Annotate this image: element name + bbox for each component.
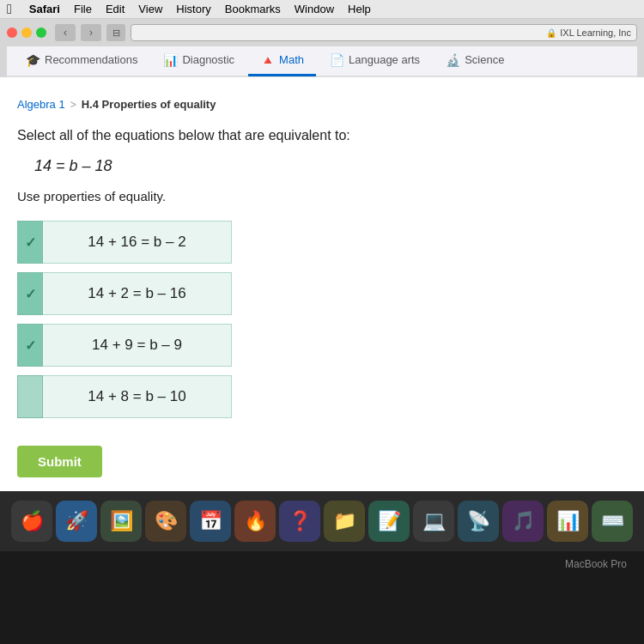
address-text: IXL Learning, Inc (560, 27, 631, 38)
tab-diagnostic-label: Diagnostic (182, 53, 234, 66)
checkbox-4[interactable] (17, 375, 43, 418)
choice-2[interactable]: ✓ 14 + 2 = b – 16 (17, 272, 627, 315)
menu-edit[interactable]: Edit (106, 3, 125, 15)
sub-instruction: Use properties of equality. (17, 189, 627, 204)
menu-view[interactable]: View (138, 3, 162, 15)
tab-overview-button[interactable]: ⊟ (106, 24, 125, 41)
breadcrumb-current: H.4 Properties of equality (82, 98, 216, 111)
minimize-button[interactable] (21, 27, 32, 38)
traffic-lights (7, 27, 46, 38)
choice-3[interactable]: ✓ 14 + 9 = b – 9 (17, 324, 627, 367)
choice-1[interactable]: ✓ 14 + 16 = b – 2 (17, 221, 627, 264)
tab-language-arts-label: Language arts (349, 53, 420, 66)
browser-chrome: ‹ › ⊟ 🔒 IXL Learning, Inc 🎓 Recommendati… (0, 19, 644, 77)
tab-science-label: Science (465, 53, 504, 66)
checkbox-1[interactable]: ✓ (17, 221, 43, 264)
dock-launchpad[interactable]: 🚀 (56, 501, 97, 542)
checkmark-3: ✓ (25, 337, 36, 354)
checkbox-2[interactable]: ✓ (17, 272, 43, 315)
tab-recommendations-label: Recommendations (45, 53, 137, 66)
choice-1-text: 14 + 16 = b – 2 (43, 221, 232, 264)
tab-math[interactable]: 🔺 Math (248, 46, 316, 76)
dock-files[interactable]: 📁 (324, 501, 365, 542)
dock-firefox[interactable]: 🔥 (234, 501, 276, 542)
browser-toolbar: ‹ › ⊟ 🔒 IXL Learning, Inc (7, 24, 637, 41)
close-button[interactable] (7, 27, 17, 38)
breadcrumb-parent[interactable]: Algebra 1 (17, 98, 65, 111)
science-icon: 🔬 (446, 53, 460, 67)
dock-finder[interactable]: 🍎 (11, 501, 52, 542)
dock-music[interactable]: 🎵 (502, 501, 544, 542)
tab-diagnostic[interactable]: 📊 Diagnostic (151, 46, 246, 76)
menu-window[interactable]: Window (295, 3, 334, 15)
content-area: Algebra 1 > H.4 Properties of equality S… (0, 77, 644, 491)
choice-4-text: 14 + 8 = b – 10 (43, 375, 232, 418)
menu-help[interactable]: Help (348, 3, 371, 15)
forward-button[interactable]: › (81, 24, 101, 41)
math-icon: 🔺 (260, 53, 275, 67)
macbook-label: MacBook Pro (565, 558, 627, 570)
checkmark-1: ✓ (25, 234, 36, 251)
dock-help[interactable]: ❓ (279, 501, 320, 542)
lock-icon: 🔒 (546, 28, 556, 38)
tab-language-arts[interactable]: 📄 Language arts (318, 46, 432, 76)
menu-file[interactable]: File (74, 3, 92, 15)
checkbox-3[interactable]: ✓ (17, 324, 43, 367)
dock-terminal[interactable]: 💻 (413, 501, 454, 542)
dock-calendar[interactable]: 📅 (190, 501, 231, 542)
maximize-button[interactable] (36, 27, 46, 38)
language-arts-icon: 📄 (330, 53, 344, 67)
breadcrumb-separator: > (70, 99, 76, 111)
menu-bar:  Safari File Edit View History Bookmark… (0, 0, 644, 19)
tab-math-label: Math (279, 53, 304, 66)
nav-tabs: 🎓 Recommendations 📊 Diagnostic 🔺 Math 📄 … (7, 46, 637, 77)
dock-stocks[interactable]: 📊 (547, 501, 588, 542)
diagnostic-icon: 📊 (163, 53, 178, 67)
dock: 🍎 🚀 🖼️ 🎨 📅 🔥 ❓ 📁 📝 💻 📡 🎵 📊 ⌨️ (0, 491, 644, 551)
menu-history[interactable]: History (176, 3, 210, 15)
checkmark-2: ✓ (25, 286, 36, 302)
dock-color[interactable]: 🎨 (145, 501, 186, 542)
dock-messages[interactable]: 📡 (458, 501, 499, 542)
apple-menu[interactable]:  (7, 2, 12, 17)
dock-keyboard[interactable]: ⌨️ (592, 501, 633, 542)
status-bar: MacBook Pro (0, 551, 644, 577)
choice-4[interactable]: 14 + 8 = b – 10 (17, 375, 627, 418)
main-equation: 14 = b – 18 (17, 157, 627, 175)
tab-recommendations[interactable]: 🎓 Recommendations (14, 46, 149, 76)
menu-safari[interactable]: Safari (29, 3, 60, 15)
menu-bookmarks[interactable]: Bookmarks (225, 3, 281, 15)
dock-photos[interactable]: 🖼️ (100, 501, 142, 542)
back-button[interactable]: ‹ (55, 24, 76, 41)
breadcrumb: Algebra 1 > H.4 Properties of equality (17, 91, 627, 114)
recommendations-icon: 🎓 (26, 53, 40, 67)
question-instruction: Select all of the equations below that a… (17, 128, 627, 143)
answer-choices: ✓ 14 + 16 = b – 2 ✓ 14 + 2 = b – 16 ✓ 14… (17, 221, 627, 418)
submit-button[interactable]: Submit (17, 446, 102, 477)
tab-science[interactable]: 🔬 Science (434, 46, 516, 76)
choice-2-text: 14 + 2 = b – 16 (43, 272, 232, 315)
address-bar[interactable]: 🔒 IXL Learning, Inc (131, 24, 637, 41)
choice-3-text: 14 + 9 = b – 9 (43, 324, 232, 367)
dock-notes[interactable]: 📝 (368, 501, 410, 542)
